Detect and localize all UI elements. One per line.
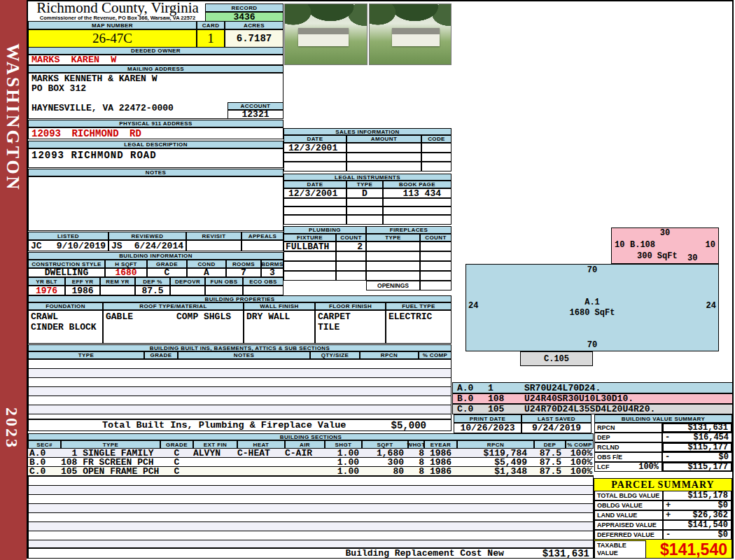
- reviewed-by: JS: [111, 241, 122, 251]
- sales-code-label: CODE: [421, 135, 451, 143]
- reviewed-value: JS 6/24/2014: [108, 240, 186, 251]
- ps-value: $26,362: [676, 510, 731, 520]
- district-name: WASHINGTON: [2, 43, 23, 192]
- visits-header-row: LISTED REVIEWED REVISIT APPEALS: [28, 232, 284, 240]
- last-saved-value: 9/24/2019: [522, 423, 592, 433]
- bi-rpcn-label: RPCN: [360, 351, 419, 359]
- ecoobs-label: ECO OBS: [243, 277, 284, 286]
- sales-title: SALES INFORMATION: [284, 128, 451, 135]
- ps-value: $0: [676, 530, 731, 540]
- funobs-value: [205, 286, 243, 295]
- legend-num: 105: [488, 404, 524, 414]
- ps-row: LAND VALUE + $26,362: [594, 510, 732, 520]
- foundation-label: FOUNDATION: [28, 302, 103, 310]
- print-date-label: PRINT DATE: [454, 414, 522, 423]
- fixture-count: 2: [336, 241, 366, 251]
- plumbing-row: FULLBATH 2: [284, 241, 451, 251]
- house-shape: [298, 28, 349, 46]
- fixture-label: FIXTURE: [284, 234, 336, 241]
- property-photo-side: [369, 4, 451, 65]
- parcel-summary-title: PARCEL SUMMARY: [594, 479, 732, 491]
- legend-path: U24R70D24L35SD4L20U4R20.: [524, 404, 655, 414]
- funobs-label: FUN OBS: [205, 277, 243, 286]
- fixture-count-label: COUNT: [336, 234, 366, 241]
- bs-type: 105 OPEN FRAME PCH: [61, 466, 160, 477]
- li-bookpage: [383, 206, 451, 215]
- bdrms-value: 3: [261, 268, 284, 277]
- fireplace-type: [366, 251, 420, 261]
- year-header-row: YR BLT EFF YR REM YR DEP % DEPOVR FUN OB…: [28, 277, 284, 286]
- ps-op: +: [664, 500, 676, 510]
- plumbing-title: PLUMBING: [284, 226, 366, 234]
- legal-instrument-row: [284, 198, 451, 206]
- depovr-label: DEPOVR: [170, 277, 205, 286]
- year-value-row: 1976 1986 87.5: [28, 286, 284, 295]
- reviewed-label: REVIEWED: [108, 232, 186, 240]
- grade-value: C: [147, 268, 187, 277]
- ps-row: APPRAISED VALUE $141,540: [594, 520, 732, 530]
- bs-whgt: 8: [408, 466, 424, 477]
- account-value: 12321: [227, 110, 284, 119]
- bs-sqft: 80: [362, 466, 408, 477]
- record-value: 3436: [205, 12, 284, 22]
- bs-dep: 87.5: [534, 466, 566, 477]
- bi-grade-label: GRADE: [144, 351, 178, 359]
- remyr-value: [100, 286, 135, 295]
- hsqft-value: 1680: [105, 268, 147, 277]
- physical-address-value: 12093 RICHMOND RD: [28, 127, 284, 139]
- ps-label: TOTAL BLDG VALUE: [594, 491, 663, 500]
- bs-comp: 100%: [566, 466, 594, 477]
- plumbing-row: [284, 261, 451, 271]
- ps-value-cell: - $0: [663, 530, 732, 540]
- fireplace-type: [366, 261, 420, 271]
- sales-amount: [346, 143, 421, 153]
- fuel-type-label: FUEL TYPE: [386, 302, 451, 310]
- bvs-value: $131,631: [676, 423, 731, 433]
- bvs-row: RPCN $131,631: [594, 423, 732, 433]
- built-ins-empty-rows: [28, 359, 451, 419]
- bs-shgt: 1.00: [325, 466, 362, 477]
- yrblt-value: 1976: [28, 286, 65, 295]
- bs-grade: C: [160, 466, 193, 477]
- ps-value-cell: $141,540: [663, 520, 732, 530]
- fixture: [284, 271, 336, 281]
- bvs-value: $16,454: [675, 433, 732, 442]
- ps-row: TOTAL BLDG VALUE $115,178: [594, 491, 732, 500]
- li-bookpage: [383, 215, 451, 225]
- ps-label: APPRAISED VALUE: [594, 520, 663, 530]
- sales-amount-label: AMOUNT: [346, 135, 421, 143]
- legal-instruments-title: LEGAL INSTRUMENTS: [284, 174, 451, 181]
- fixture-count: [336, 261, 366, 271]
- li-date-label: DATE: [284, 181, 346, 188]
- built-ins-title: BUILDING BUILT INS, BASEMENTS, ATTICS & …: [28, 344, 451, 351]
- ps-value: $115,178: [676, 491, 731, 500]
- sketch-c-id: C.105: [544, 354, 569, 364]
- legal-description-label: LEGAL DESCRIPTION: [28, 141, 284, 148]
- li-bookpage: 113 434: [383, 188, 451, 198]
- fireplace-type-label: TYPE: [366, 234, 420, 241]
- bvs-op: -: [663, 433, 675, 442]
- legal-instrument-row: [284, 215, 451, 225]
- ps-taxable-row: TAXABLE VALUE $141,540: [594, 540, 732, 559]
- bvs-value-cell: $115,177: [662, 462, 732, 472]
- sketch-legend-row-c: C.0 105 U24R70D24L35SD4L20U4R20.: [452, 404, 733, 414]
- map-header-row: MAP NUMBER CARD ACRES: [28, 21, 284, 29]
- ps-op: -: [664, 530, 676, 540]
- building-value-summary: RPCN $131,631 DEP - $16,454 RCLND $115,1…: [594, 423, 732, 472]
- dep-pct-value: 87.5: [135, 286, 170, 295]
- listed-by: JC: [31, 241, 42, 251]
- effyr-label: EFF YR: [65, 277, 100, 286]
- ps-row: OBLDG VALUE + $0: [594, 500, 732, 510]
- ps-value: $141,540: [676, 520, 731, 530]
- sales-date: 12/3/2001: [284, 143, 346, 153]
- fireplace-type: [366, 271, 420, 281]
- legal-instrument-row: 12/3/2001 D 113 434: [284, 188, 451, 198]
- bs-air: C-AIR: [285, 448, 325, 458]
- sketch-a-sqft: 1680 SqFt: [570, 308, 615, 318]
- fixture-count: [336, 251, 366, 261]
- ps-label: LAND VALUE: [594, 510, 663, 520]
- property-record-card: WASHINGTON 2023 Richmond County, Virgini…: [0, 0, 735, 560]
- li-bookpage-label: BOOK PAGE: [383, 181, 451, 188]
- built-ins-header-row: TYPE GRADE NOTES QTY/SIZE RPCN % COMP: [28, 351, 451, 359]
- built-ins-total-row: Total Built Ins, Plumbing & Fireplace Va…: [28, 419, 451, 431]
